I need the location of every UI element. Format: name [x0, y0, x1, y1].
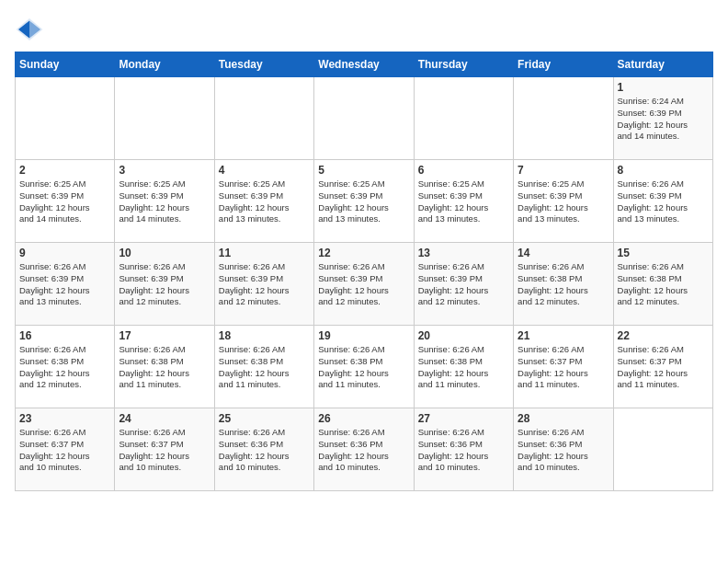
calendar-day-cell: 3Sunrise: 6:25 AM Sunset: 6:39 PM Daylig… [115, 160, 214, 243]
day-of-week-header: Saturday [613, 52, 712, 77]
calendar-day-cell: 1Sunrise: 6:24 AM Sunset: 6:39 PM Daylig… [613, 77, 712, 160]
calendar-day-cell [16, 77, 115, 160]
day-number: 21 [518, 329, 609, 342]
day-info: Sunrise: 6:25 AM Sunset: 6:39 PM Dayligh… [518, 178, 609, 225]
day-info: Sunrise: 6:25 AM Sunset: 6:39 PM Dayligh… [219, 178, 310, 225]
day-number: 9 [19, 247, 110, 259]
day-info: Sunrise: 6:25 AM Sunset: 6:39 PM Dayligh… [318, 178, 409, 225]
day-number: 16 [19, 329, 110, 342]
logo-icon [15, 15, 44, 44]
day-number: 23 [19, 412, 110, 425]
day-number: 13 [418, 247, 509, 259]
day-of-week-header: Wednesday [314, 52, 414, 77]
calendar-day-cell: 10Sunrise: 6:26 AM Sunset: 6:39 PM Dayli… [115, 243, 214, 326]
day-info: Sunrise: 6:26 AM Sunset: 6:39 PM Dayligh… [418, 261, 509, 308]
calendar-body: 1Sunrise: 6:24 AM Sunset: 6:39 PM Daylig… [16, 77, 713, 491]
day-number: 12 [318, 247, 409, 259]
day-number: 4 [219, 164, 310, 177]
calendar-day-cell: 9Sunrise: 6:26 AM Sunset: 6:39 PM Daylig… [16, 243, 115, 326]
day-number: 3 [119, 164, 210, 177]
day-number: 20 [418, 329, 509, 342]
day-info: Sunrise: 6:26 AM Sunset: 6:38 PM Dayligh… [119, 344, 210, 391]
day-info: Sunrise: 6:24 AM Sunset: 6:39 PM Dayligh… [618, 96, 709, 143]
day-number: 8 [618, 164, 709, 177]
day-info: Sunrise: 6:26 AM Sunset: 6:36 PM Dayligh… [418, 427, 509, 474]
day-info: Sunrise: 6:26 AM Sunset: 6:38 PM Dayligh… [318, 344, 409, 391]
calendar-day-cell: 26Sunrise: 6:26 AM Sunset: 6:36 PM Dayli… [314, 408, 414, 491]
day-number: 15 [618, 247, 709, 259]
calendar-day-cell [214, 77, 313, 160]
calendar-day-cell: 19Sunrise: 6:26 AM Sunset: 6:38 PM Dayli… [314, 326, 414, 408]
day-of-week-header: Tuesday [214, 52, 313, 77]
calendar-week-row: 1Sunrise: 6:24 AM Sunset: 6:39 PM Daylig… [16, 77, 713, 160]
day-number: 1 [618, 81, 709, 94]
calendar-day-cell: 7Sunrise: 6:25 AM Sunset: 6:39 PM Daylig… [514, 160, 613, 243]
calendar-day-cell: 17Sunrise: 6:26 AM Sunset: 6:38 PM Dayli… [115, 326, 214, 408]
day-info: Sunrise: 6:26 AM Sunset: 6:37 PM Dayligh… [518, 344, 609, 391]
calendar-day-cell: 25Sunrise: 6:26 AM Sunset: 6:36 PM Dayli… [214, 408, 313, 491]
calendar-day-cell: 12Sunrise: 6:26 AM Sunset: 6:39 PM Dayli… [314, 243, 414, 326]
day-info: Sunrise: 6:26 AM Sunset: 6:38 PM Dayligh… [518, 261, 609, 308]
day-number: 6 [418, 164, 509, 177]
day-info: Sunrise: 6:26 AM Sunset: 6:38 PM Dayligh… [19, 344, 110, 391]
day-number: 25 [219, 412, 310, 425]
calendar-day-cell: 13Sunrise: 6:26 AM Sunset: 6:39 PM Dayli… [414, 243, 513, 326]
day-of-week-header: Thursday [414, 52, 513, 77]
calendar-day-cell: 23Sunrise: 6:26 AM Sunset: 6:37 PM Dayli… [16, 408, 115, 491]
day-info: Sunrise: 6:26 AM Sunset: 6:38 PM Dayligh… [618, 261, 709, 308]
calendar-day-cell: 8Sunrise: 6:26 AM Sunset: 6:39 PM Daylig… [613, 160, 712, 243]
calendar: SundayMondayTuesdayWednesdayThursdayFrid… [15, 52, 713, 491]
day-number: 22 [618, 329, 709, 342]
day-info: Sunrise: 6:26 AM Sunset: 6:39 PM Dayligh… [119, 261, 210, 308]
calendar-day-cell: 4Sunrise: 6:25 AM Sunset: 6:39 PM Daylig… [214, 160, 313, 243]
calendar-day-cell [613, 408, 712, 491]
calendar-header: SundayMondayTuesdayWednesdayThursdayFrid… [16, 52, 713, 77]
day-info: Sunrise: 6:26 AM Sunset: 6:38 PM Dayligh… [418, 344, 509, 391]
calendar-day-cell: 16Sunrise: 6:26 AM Sunset: 6:38 PM Dayli… [16, 326, 115, 408]
day-number: 24 [119, 412, 210, 425]
day-of-week-header: Sunday [16, 52, 115, 77]
day-info: Sunrise: 6:26 AM Sunset: 6:39 PM Dayligh… [318, 261, 409, 308]
calendar-day-cell: 24Sunrise: 6:26 AM Sunset: 6:37 PM Dayli… [115, 408, 214, 491]
day-number: 14 [518, 247, 609, 259]
day-number: 11 [219, 247, 310, 259]
day-number: 7 [518, 164, 609, 177]
day-info: Sunrise: 6:25 AM Sunset: 6:39 PM Dayligh… [19, 178, 110, 225]
calendar-day-cell [314, 77, 414, 160]
day-info: Sunrise: 6:26 AM Sunset: 6:37 PM Dayligh… [19, 427, 110, 474]
day-info: Sunrise: 6:25 AM Sunset: 6:39 PM Dayligh… [418, 178, 509, 225]
calendar-day-cell: 2Sunrise: 6:25 AM Sunset: 6:39 PM Daylig… [16, 160, 115, 243]
calendar-day-cell: 20Sunrise: 6:26 AM Sunset: 6:38 PM Dayli… [414, 326, 513, 408]
calendar-day-cell: 22Sunrise: 6:26 AM Sunset: 6:37 PM Dayli… [613, 326, 712, 408]
day-of-week-header: Friday [514, 52, 613, 77]
day-number: 10 [119, 247, 210, 259]
calendar-day-cell [115, 77, 214, 160]
day-number: 5 [318, 164, 409, 177]
day-info: Sunrise: 6:26 AM Sunset: 6:37 PM Dayligh… [119, 427, 210, 474]
logo [15, 15, 48, 44]
day-number: 17 [119, 329, 210, 342]
calendar-day-cell: 27Sunrise: 6:26 AM Sunset: 6:36 PM Dayli… [414, 408, 513, 491]
calendar-day-cell: 6Sunrise: 6:25 AM Sunset: 6:39 PM Daylig… [414, 160, 513, 243]
day-info: Sunrise: 6:26 AM Sunset: 6:39 PM Dayligh… [618, 178, 709, 225]
calendar-day-cell [414, 77, 513, 160]
day-number: 2 [19, 164, 110, 177]
calendar-day-cell: 28Sunrise: 6:26 AM Sunset: 6:36 PM Dayli… [514, 408, 613, 491]
day-info: Sunrise: 6:26 AM Sunset: 6:39 PM Dayligh… [219, 261, 310, 308]
calendar-day-cell: 14Sunrise: 6:26 AM Sunset: 6:38 PM Dayli… [514, 243, 613, 326]
day-info: Sunrise: 6:26 AM Sunset: 6:36 PM Dayligh… [318, 427, 409, 474]
calendar-day-cell: 5Sunrise: 6:25 AM Sunset: 6:39 PM Daylig… [314, 160, 414, 243]
day-info: Sunrise: 6:26 AM Sunset: 6:39 PM Dayligh… [19, 261, 110, 308]
day-number: 19 [318, 329, 409, 342]
page-header [15, 15, 713, 44]
day-info: Sunrise: 6:26 AM Sunset: 6:37 PM Dayligh… [618, 344, 709, 391]
calendar-day-cell [514, 77, 613, 160]
calendar-day-cell: 11Sunrise: 6:26 AM Sunset: 6:39 PM Dayli… [214, 243, 313, 326]
calendar-week-row: 23Sunrise: 6:26 AM Sunset: 6:37 PM Dayli… [16, 408, 713, 491]
day-number: 27 [418, 412, 509, 425]
day-of-week-header: Monday [115, 52, 214, 77]
calendar-week-row: 9Sunrise: 6:26 AM Sunset: 6:39 PM Daylig… [16, 243, 713, 326]
calendar-day-cell: 15Sunrise: 6:26 AM Sunset: 6:38 PM Dayli… [613, 243, 712, 326]
calendar-day-cell: 18Sunrise: 6:26 AM Sunset: 6:38 PM Dayli… [214, 326, 313, 408]
day-info: Sunrise: 6:26 AM Sunset: 6:36 PM Dayligh… [219, 427, 310, 474]
